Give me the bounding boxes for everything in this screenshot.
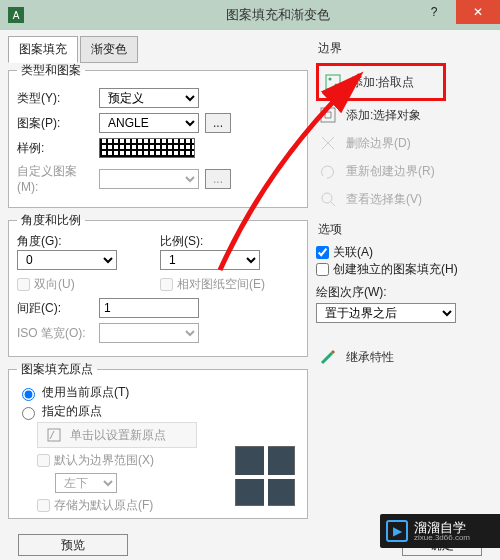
gap-field[interactable]: [99, 298, 199, 318]
inherit-props-button[interactable]: 继承特性: [316, 343, 492, 371]
select-objects-icon: [318, 105, 338, 125]
bidirectional-check: [17, 278, 30, 291]
brand-name: 溜溜自学: [414, 521, 470, 534]
titlebar: A 图案填充和渐变色 ? ✕: [0, 0, 500, 30]
svg-rect-1: [326, 75, 340, 89]
custom-more-button: ...: [205, 169, 231, 189]
svg-point-5: [322, 193, 332, 203]
group-origin: 图案填充原点 使用当前原点(T) 指定的原点 单击以设置新原点 默认为边界范围(…: [8, 361, 308, 519]
close-button[interactable]: ✕: [456, 0, 500, 24]
pick-points-icon: [323, 72, 343, 92]
associative-check[interactable]: [316, 246, 329, 259]
pattern-more-button[interactable]: ...: [205, 113, 231, 133]
tab-gradient[interactable]: 渐变色: [80, 36, 138, 63]
hatch-preview-icon: [235, 446, 295, 506]
associative-label: 关联(A): [333, 244, 373, 261]
legend-angle: 角度和比例: [17, 212, 85, 229]
add-pick-points-label: 添加:拾取点: [351, 74, 414, 91]
default-extent-label: 默认为边界范围(X): [54, 452, 154, 469]
left-panel: 图案填充 渐变色 类型和图案 类型(Y): 预定义 图案(P): ANGLE .…: [8, 36, 308, 518]
scale-select[interactable]: 1: [160, 250, 260, 270]
options-title: 选项: [318, 221, 492, 238]
origin-pos-select: 左下: [55, 473, 117, 493]
preview-button[interactable]: 预览: [18, 534, 128, 556]
separate-hatch-check[interactable]: [316, 263, 329, 276]
inherit-props-label: 继承特性: [346, 349, 394, 366]
iso-label: ISO 笔宽(O):: [17, 325, 93, 342]
angle-label: 角度(G):: [17, 233, 156, 250]
origin-radio-specified[interactable]: 指定的原点: [17, 403, 299, 420]
separate-hatch-label: 创建独立的图案填充(H): [333, 261, 458, 278]
svg-rect-0: [48, 429, 60, 441]
type-select[interactable]: 预定义: [99, 88, 199, 108]
svg-rect-4: [321, 108, 335, 122]
highlight-box: 添加:拾取点: [316, 63, 446, 101]
scale-label: 比例(S):: [160, 233, 299, 250]
brand-play-icon: ▶: [386, 520, 408, 542]
set-origin-button: 单击以设置新原点: [37, 422, 197, 448]
legend-type-pattern: 类型和图案: [17, 62, 85, 79]
help-button[interactable]: ?: [412, 0, 456, 24]
remove-boundary-button: 删除边界(D): [316, 129, 492, 157]
view-selection-button: 查看选择集(V): [316, 185, 492, 213]
type-label: 类型(Y):: [17, 90, 93, 107]
legend-origin: 图案填充原点: [17, 361, 97, 378]
paperspace-label: 相对图纸空间(E): [177, 276, 265, 293]
custom-pattern-select: [99, 169, 199, 189]
tabs: 图案填充 渐变色: [8, 36, 308, 63]
sample-label: 样例:: [17, 140, 93, 157]
svg-point-3: [335, 84, 338, 87]
pattern-label: 图案(P):: [17, 115, 93, 132]
right-panel: 边界 添加:拾取点 添加:选择对象: [316, 36, 492, 518]
tab-hatch[interactable]: 图案填充: [8, 36, 78, 63]
recreate-boundary-button: 重新创建边界(R): [316, 157, 492, 185]
dialog-window: A 图案填充和渐变色 ? ✕ 图案填充 渐变色 类型和图案 类型(Y): 预定义…: [0, 0, 500, 560]
app-icon: A: [8, 7, 24, 23]
group-type-pattern: 类型和图案 类型(Y): 预定义 图案(P): ANGLE ... 样例: 自定…: [8, 62, 308, 208]
gap-label: 间距(C):: [17, 300, 93, 317]
store-origin-check: [37, 499, 50, 512]
paperspace-check: [160, 278, 173, 291]
custom-pattern-label: 自定义图案(M):: [17, 163, 93, 194]
add-select-objects-button[interactable]: 添加:选择对象: [316, 101, 492, 129]
store-origin-label: 存储为默认原点(F): [54, 497, 153, 514]
group-angle-scale: 角度和比例 角度(G): 0 比例(S): 1 双向(U) 相对图纸空间(E): [8, 212, 308, 357]
brand-watermark: ▶ 溜溜自学 zixue.3d66.com: [380, 514, 500, 548]
remove-boundary-label: 删除边界(D): [346, 135, 411, 152]
draworder-select[interactable]: 置于边界之后: [316, 303, 456, 323]
origin-pick-icon: [44, 425, 64, 445]
remove-boundary-icon: [318, 133, 338, 153]
add-select-objects-label: 添加:选择对象: [346, 107, 421, 124]
bidirectional-label: 双向(U): [34, 276, 75, 293]
iso-select: [99, 323, 199, 343]
svg-point-2: [329, 78, 332, 81]
recreate-boundary-label: 重新创建边界(R): [346, 163, 435, 180]
angle-select[interactable]: 0: [17, 250, 117, 270]
recreate-boundary-icon: [318, 161, 338, 181]
draworder-label: 绘图次序(W):: [316, 284, 492, 301]
origin-radio-current[interactable]: 使用当前原点(T): [17, 384, 299, 401]
pattern-swatch[interactable]: [99, 138, 195, 158]
inherit-icon: [318, 347, 338, 367]
add-pick-points-button[interactable]: 添加:拾取点: [321, 68, 441, 96]
set-origin-label: 单击以设置新原点: [70, 427, 166, 444]
dialog-title: 图案填充和渐变色: [226, 6, 330, 24]
pattern-select[interactable]: ANGLE: [99, 113, 199, 133]
default-extent-check: [37, 454, 50, 467]
view-selection-icon: [318, 189, 338, 209]
boundary-title: 边界: [318, 40, 492, 57]
view-selection-label: 查看选择集(V): [346, 191, 422, 208]
brand-site: zixue.3d66.com: [414, 534, 470, 542]
